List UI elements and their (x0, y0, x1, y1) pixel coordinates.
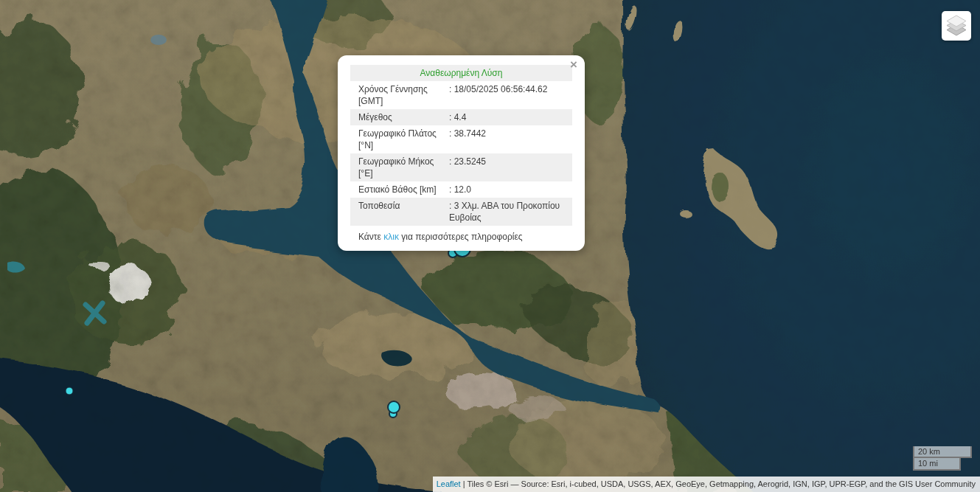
leaflet-link[interactable]: Leaflet (437, 479, 461, 488)
earthquake-table: Αναθεωρημένη Λύση Χρόνος Γέννησης [GMT] … (350, 65, 572, 226)
layers-control-button[interactable] (942, 11, 971, 41)
popup-row-label: Μέγεθος (350, 109, 449, 125)
popup-row: Μέγεθος : 4.4 (350, 109, 572, 125)
earthquake-marker[interactable] (388, 401, 400, 413)
popup-row-value: : 18/05/2025 06:56:44.62 (449, 81, 572, 109)
layers-icon (942, 11, 971, 41)
tiles-attribution-text: Tiles © Esri — Source: Esri, i-cubed, US… (467, 479, 976, 488)
popup-row-value: : 12.0 (449, 181, 572, 198)
popup-row: Χρόνος Γέννησης [GMT] : 18/05/2025 06:56… (350, 81, 572, 109)
popup-row: Γεωγραφικό Μήκος [°E] : 23.5245 (350, 153, 572, 181)
footer-text: για περισσότερες πληροφορίες (399, 232, 523, 242)
map-attribution: Leaflet | Tiles © Esri — Source: Esri, i… (433, 477, 980, 492)
popup-row-label: Εστιακό Βάθος [km] (350, 181, 449, 198)
popup-row: Τοποθεσία : 3 Χλμ. ΑΒΑ του Προκοπίου Ευβ… (350, 198, 572, 226)
scale-mi: 10 mi (913, 458, 961, 471)
earthquake-popup: × Αναθεωρημένη Λύση Χρόνος Γέννησης [GMT… (338, 55, 585, 251)
popup-row-label: Γεωγραφικό Πλάτος [°N] (350, 125, 449, 153)
earthquake-marker[interactable] (66, 387, 73, 395)
popup-row-value: : 4.4 (449, 109, 572, 125)
more-info-link[interactable]: κλικ (383, 232, 399, 242)
popup-row-label: Τοποθεσία (350, 198, 449, 226)
map-viewport: × Αναθεωρημένη Λύση Χρόνος Γέννησης [GMT… (0, 0, 980, 492)
popup-row: Εστιακό Βάθος [km] : 12.0 (350, 181, 572, 198)
close-icon[interactable]: × (570, 58, 577, 71)
popup-row-label: Χρόνος Γέννησης [GMT] (350, 81, 449, 109)
popup-footer: Κάντε κλικ για περισσότερες πληροφορίες (350, 226, 572, 244)
scale-km: 20 km (913, 446, 972, 459)
popup-row: Γεωγραφικό Πλάτος [°N] : 38.7442 (350, 125, 572, 153)
popup-row-value: : 38.7442 (449, 125, 572, 153)
footer-text: Κάντε (358, 232, 383, 242)
popup-row-value: : 23.5245 (449, 153, 572, 181)
popup-row-value: : 3 Χλμ. ΑΒΑ του Προκοπίου Ευβοίας (449, 198, 572, 226)
popup-title: Αναθεωρημένη Λύση (350, 65, 572, 81)
scale-control: 20 km 10 mi (913, 446, 972, 471)
popup-row-label: Γεωγραφικό Μήκος [°E] (350, 153, 449, 181)
